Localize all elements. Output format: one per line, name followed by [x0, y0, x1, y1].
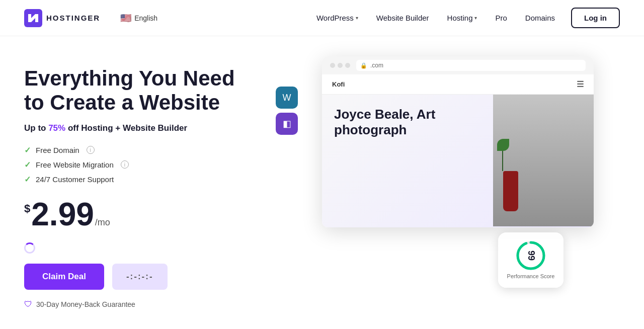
nav-item-domains[interactable]: Domains — [517, 10, 563, 26]
hero-section: Everything You Need to Create a Website … — [0, 36, 644, 329]
performance-label: Performance Score — [507, 273, 555, 280]
chevron-down-icon: ▾ — [474, 15, 477, 21]
browser-dot-yellow — [338, 63, 343, 68]
price-display: $ 2.99 /mo — [24, 198, 276, 230]
logo[interactable]: HOSTINGER — [24, 9, 100, 27]
site-text-area: Joyce Beale, Art photograph — [322, 95, 493, 226]
language-selector[interactable]: 🇺🇸 English — [120, 13, 157, 24]
features-list: ✓ Free Domain i ✓ Free Website Migration… — [24, 145, 276, 184]
price-period: /mo — [95, 217, 110, 228]
cta-buttons: Claim Deal -:-:-:- — [24, 264, 276, 290]
builder-icon-btn: ◧ — [276, 113, 298, 135]
feature-migration: ✓ Free Website Migration i — [24, 160, 276, 170]
browser-toolbar: 🔒 .com — [322, 56, 594, 74]
feature-free-domain: ✓ Free Domain i — [24, 145, 276, 155]
feature-label: Free Website Migration — [36, 160, 114, 169]
site-body: Joyce Beale, Art photograph — [322, 95, 594, 226]
brand-name: HOSTINGER — [46, 14, 100, 22]
site-headline: Joyce Beale, Art photograph — [334, 107, 481, 138]
domain-text: .com — [370, 62, 383, 69]
performance-card: 99 Performance Score — [498, 232, 564, 288]
nav-item-hosting[interactable]: Hosting ▾ — [439, 10, 486, 26]
login-button[interactable]: Log in — [571, 8, 620, 28]
loading-indicator — [24, 242, 276, 254]
browser-dot-green — [345, 63, 350, 68]
wordpress-icon-btn: W — [276, 87, 298, 109]
browser-mockup: 🔒 .com Kofi ☰ Joyce Beale, Art photograp… — [322, 56, 594, 227]
language-label: English — [134, 14, 157, 22]
sidebar-icons: W ◧ — [276, 87, 298, 135]
browser-content: Kofi ☰ Joyce Beale, Art photograph — [322, 74, 594, 227]
feature-label: 24/7 Customer Support — [36, 175, 114, 184]
check-icon: ✓ — [24, 145, 31, 155]
countdown-timer: -:-:-:- — [112, 264, 168, 290]
lock-icon: 🔒 — [360, 62, 367, 69]
info-icon[interactable]: i — [87, 146, 95, 154]
performance-ring: 99 — [516, 240, 546, 271]
feature-support: ✓ 24/7 Customer Support — [24, 175, 276, 184]
guarantee-text: 30-Day Money-Back Guarantee — [36, 300, 135, 308]
browser-dot-red — [330, 63, 335, 68]
hero-subtitle: Up to 75% off Hosting + Website Builder — [24, 123, 276, 133]
info-icon[interactable]: i — [121, 160, 129, 169]
nav-item-pro[interactable]: Pro — [487, 10, 515, 26]
price-currency: $ — [24, 202, 30, 215]
woman-photo — [493, 95, 594, 226]
navbar: HOSTINGER 🇺🇸 English WordPress ▾ Website… — [0, 0, 644, 36]
plant-leaf — [497, 139, 509, 151]
nav-item-wordpress[interactable]: WordPress ▾ — [308, 10, 366, 26]
performance-score: 99 — [526, 251, 536, 261]
address-bar: 🔒 .com — [356, 60, 586, 71]
browser-dots — [330, 63, 350, 68]
shield-icon: 🛡 — [24, 300, 32, 309]
guarantee-badge: 🛡 30-Day Money-Back Guarantee — [24, 300, 276, 309]
spinner-icon — [24, 242, 35, 254]
logo-icon — [24, 9, 42, 27]
nav-item-website-builder[interactable]: Website Builder — [368, 10, 437, 26]
flag-icon: 🇺🇸 — [120, 13, 131, 24]
check-icon: ✓ — [24, 160, 31, 170]
site-header: Kofi ☰ — [322, 74, 594, 95]
hamburger-icon: ☰ — [577, 79, 584, 89]
site-image-area — [493, 95, 594, 226]
price-value: 2.99 — [31, 198, 94, 230]
chevron-down-icon: ▾ — [356, 15, 358, 21]
claim-deal-button[interactable]: Claim Deal — [24, 264, 104, 290]
site-logo: Kofi — [332, 80, 345, 88]
nav-links: WordPress ▾ Website Builder Hosting ▾ Pr… — [308, 10, 563, 26]
check-icon: ✓ — [24, 175, 31, 184]
hero-content: Everything You Need to Create a Website … — [24, 61, 276, 309]
website-mockup: W ◧ 🔒 .com — [302, 56, 594, 298]
hero-title: Everything You Need to Create a Website — [24, 66, 246, 115]
hero-illustration: W ◧ 🔒 .com — [276, 61, 620, 329]
feature-label: Free Domain — [36, 146, 79, 154]
vase-decoration — [503, 171, 518, 211]
